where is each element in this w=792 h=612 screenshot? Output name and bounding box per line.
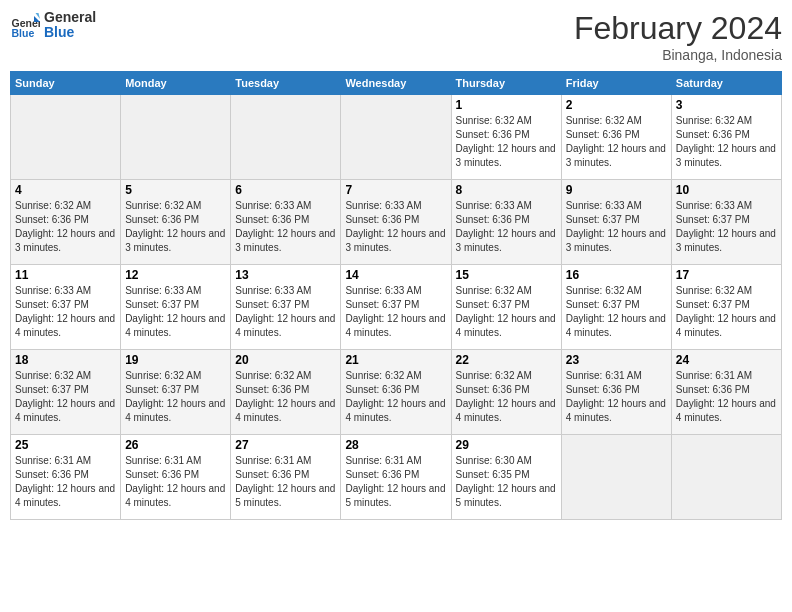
calendar-cell: 29Sunrise: 6:30 AMSunset: 6:35 PMDayligh… [451,435,561,520]
calendar-cell: 11Sunrise: 6:33 AMSunset: 6:37 PMDayligh… [11,265,121,350]
cell-info: Sunrise: 6:31 AMSunset: 6:36 PMDaylight:… [125,454,226,510]
calendar-week-1: 1Sunrise: 6:32 AMSunset: 6:36 PMDaylight… [11,95,782,180]
day-number: 2 [566,98,667,112]
calendar-cell: 10Sunrise: 6:33 AMSunset: 6:37 PMDayligh… [671,180,781,265]
day-number: 8 [456,183,557,197]
logo: General Blue General Blue [10,10,96,41]
page-header: General Blue General Blue February 2024 … [10,10,782,63]
day-number: 16 [566,268,667,282]
calendar-cell: 6Sunrise: 6:33 AMSunset: 6:36 PMDaylight… [231,180,341,265]
cell-info: Sunrise: 6:32 AMSunset: 6:37 PMDaylight:… [676,284,777,340]
day-header-friday: Friday [561,72,671,95]
calendar-cell: 14Sunrise: 6:33 AMSunset: 6:37 PMDayligh… [341,265,451,350]
cell-info: Sunrise: 6:33 AMSunset: 6:37 PMDaylight:… [566,199,667,255]
cell-info: Sunrise: 6:33 AMSunset: 6:36 PMDaylight:… [456,199,557,255]
calendar-cell: 25Sunrise: 6:31 AMSunset: 6:36 PMDayligh… [11,435,121,520]
day-number: 12 [125,268,226,282]
day-number: 28 [345,438,446,452]
calendar-body: 1Sunrise: 6:32 AMSunset: 6:36 PMDaylight… [11,95,782,520]
day-number: 3 [676,98,777,112]
day-number: 24 [676,353,777,367]
calendar-cell [11,95,121,180]
calendar-cell: 22Sunrise: 6:32 AMSunset: 6:36 PMDayligh… [451,350,561,435]
day-number: 27 [235,438,336,452]
cell-info: Sunrise: 6:33 AMSunset: 6:37 PMDaylight:… [676,199,777,255]
calendar-cell: 1Sunrise: 6:32 AMSunset: 6:36 PMDaylight… [451,95,561,180]
cell-info: Sunrise: 6:33 AMSunset: 6:36 PMDaylight:… [235,199,336,255]
calendar-cell: 8Sunrise: 6:33 AMSunset: 6:36 PMDaylight… [451,180,561,265]
calendar-cell: 3Sunrise: 6:32 AMSunset: 6:36 PMDaylight… [671,95,781,180]
calendar-cell: 27Sunrise: 6:31 AMSunset: 6:36 PMDayligh… [231,435,341,520]
calendar-cell: 9Sunrise: 6:33 AMSunset: 6:37 PMDaylight… [561,180,671,265]
day-number: 7 [345,183,446,197]
day-number: 11 [15,268,116,282]
cell-info: Sunrise: 6:32 AMSunset: 6:36 PMDaylight:… [456,369,557,425]
day-header-saturday: Saturday [671,72,781,95]
day-number: 14 [345,268,446,282]
calendar-cell: 2Sunrise: 6:32 AMSunset: 6:36 PMDaylight… [561,95,671,180]
calendar-cell: 18Sunrise: 6:32 AMSunset: 6:37 PMDayligh… [11,350,121,435]
cell-info: Sunrise: 6:32 AMSunset: 6:37 PMDaylight:… [566,284,667,340]
day-number: 20 [235,353,336,367]
calendar-header-row: SundayMondayTuesdayWednesdayThursdayFrid… [11,72,782,95]
calendar-cell: 24Sunrise: 6:31 AMSunset: 6:36 PMDayligh… [671,350,781,435]
calendar-cell: 17Sunrise: 6:32 AMSunset: 6:37 PMDayligh… [671,265,781,350]
calendar-cell: 16Sunrise: 6:32 AMSunset: 6:37 PMDayligh… [561,265,671,350]
cell-info: Sunrise: 6:32 AMSunset: 6:36 PMDaylight:… [235,369,336,425]
day-number: 17 [676,268,777,282]
cell-info: Sunrise: 6:32 AMSunset: 6:36 PMDaylight:… [125,199,226,255]
calendar-cell: 13Sunrise: 6:33 AMSunset: 6:37 PMDayligh… [231,265,341,350]
calendar-cell: 26Sunrise: 6:31 AMSunset: 6:36 PMDayligh… [121,435,231,520]
cell-info: Sunrise: 6:33 AMSunset: 6:37 PMDaylight:… [345,284,446,340]
day-number: 21 [345,353,446,367]
cell-info: Sunrise: 6:32 AMSunset: 6:36 PMDaylight:… [566,114,667,170]
calendar-cell: 28Sunrise: 6:31 AMSunset: 6:36 PMDayligh… [341,435,451,520]
day-header-monday: Monday [121,72,231,95]
cell-info: Sunrise: 6:31 AMSunset: 6:36 PMDaylight:… [676,369,777,425]
day-header-wednesday: Wednesday [341,72,451,95]
day-number: 6 [235,183,336,197]
cell-info: Sunrise: 6:32 AMSunset: 6:36 PMDaylight:… [456,114,557,170]
logo-name-blue: Blue [44,25,96,40]
calendar-cell: 19Sunrise: 6:32 AMSunset: 6:37 PMDayligh… [121,350,231,435]
calendar-cell: 7Sunrise: 6:33 AMSunset: 6:36 PMDaylight… [341,180,451,265]
day-number: 1 [456,98,557,112]
day-header-tuesday: Tuesday [231,72,341,95]
cell-info: Sunrise: 6:30 AMSunset: 6:35 PMDaylight:… [456,454,557,510]
cell-info: Sunrise: 6:32 AMSunset: 6:36 PMDaylight:… [676,114,777,170]
day-number: 23 [566,353,667,367]
month-title: February 2024 [574,10,782,47]
day-number: 22 [456,353,557,367]
day-number: 29 [456,438,557,452]
calendar-cell: 5Sunrise: 6:32 AMSunset: 6:36 PMDaylight… [121,180,231,265]
cell-info: Sunrise: 6:32 AMSunset: 6:37 PMDaylight:… [15,369,116,425]
day-number: 4 [15,183,116,197]
cell-info: Sunrise: 6:31 AMSunset: 6:36 PMDaylight:… [345,454,446,510]
calendar-table: SundayMondayTuesdayWednesdayThursdayFrid… [10,71,782,520]
svg-text:Blue: Blue [12,27,35,39]
cell-info: Sunrise: 6:33 AMSunset: 6:37 PMDaylight:… [235,284,336,340]
calendar-cell [671,435,781,520]
calendar-cell [231,95,341,180]
day-number: 26 [125,438,226,452]
day-number: 25 [15,438,116,452]
day-number: 13 [235,268,336,282]
cell-info: Sunrise: 6:33 AMSunset: 6:36 PMDaylight:… [345,199,446,255]
calendar-cell: 15Sunrise: 6:32 AMSunset: 6:37 PMDayligh… [451,265,561,350]
cell-info: Sunrise: 6:32 AMSunset: 6:36 PMDaylight:… [15,199,116,255]
cell-info: Sunrise: 6:31 AMSunset: 6:36 PMDaylight:… [235,454,336,510]
title-block: February 2024 Binanga, Indonesia [574,10,782,63]
calendar-week-3: 11Sunrise: 6:33 AMSunset: 6:37 PMDayligh… [11,265,782,350]
calendar-cell: 20Sunrise: 6:32 AMSunset: 6:36 PMDayligh… [231,350,341,435]
day-number: 19 [125,353,226,367]
logo-name-general: General [44,10,96,25]
logo-icon: General Blue [10,10,40,40]
calendar-cell [121,95,231,180]
day-number: 9 [566,183,667,197]
calendar-cell: 12Sunrise: 6:33 AMSunset: 6:37 PMDayligh… [121,265,231,350]
day-number: 5 [125,183,226,197]
calendar-cell: 21Sunrise: 6:32 AMSunset: 6:36 PMDayligh… [341,350,451,435]
cell-info: Sunrise: 6:32 AMSunset: 6:36 PMDaylight:… [345,369,446,425]
day-header-sunday: Sunday [11,72,121,95]
calendar-cell [561,435,671,520]
